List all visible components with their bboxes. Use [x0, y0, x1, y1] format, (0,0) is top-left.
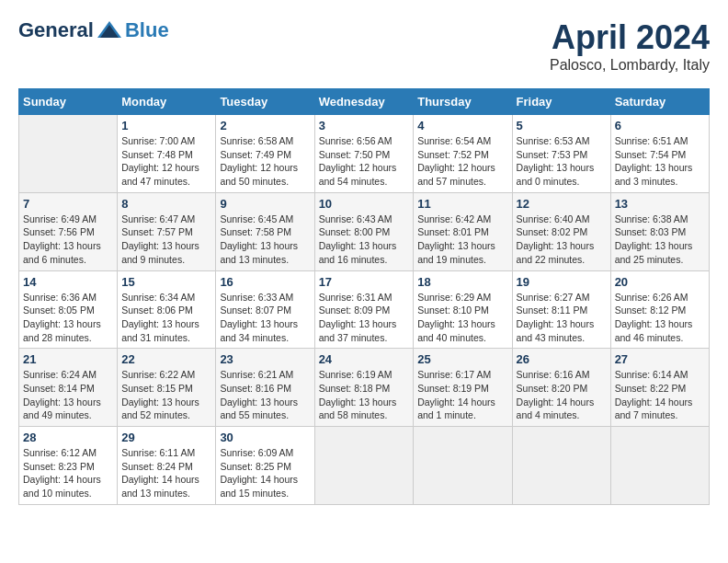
day-info: Sunrise: 6:33 AM Sunset: 8:07 PM Dayligh… [220, 291, 310, 345]
calendar-cell [414, 427, 512, 505]
day-number: 13 [615, 197, 705, 211]
day-number: 28 [23, 431, 113, 444]
calendar-cell [512, 427, 610, 505]
calendar-cell: 21Sunrise: 6:24 AM Sunset: 8:14 PM Dayli… [19, 349, 118, 427]
calendar-cell [19, 115, 118, 193]
day-info: Sunrise: 6:09 AM Sunset: 8:25 PM Dayligh… [220, 446, 310, 500]
day-number: 17 [319, 275, 410, 289]
calendar-cell: 20Sunrise: 6:26 AM Sunset: 8:12 PM Dayli… [610, 270, 709, 349]
day-info: Sunrise: 6:21 AM Sunset: 8:16 PM Dayligh… [220, 368, 310, 422]
day-number: 14 [23, 275, 113, 289]
day-number: 18 [417, 275, 507, 289]
day-info: Sunrise: 6:26 AM Sunset: 8:12 PM Dayligh… [615, 291, 705, 345]
day-number: 23 [220, 352, 310, 366]
page-header: General Blue April 2024 Palosco, Lombard… [18, 18, 710, 74]
day-number: 30 [220, 431, 310, 444]
day-number: 21 [23, 352, 113, 366]
day-info: Sunrise: 6:14 AM Sunset: 8:22 PM Dayligh… [615, 368, 705, 422]
day-number: 19 [517, 275, 607, 289]
calendar-cell [610, 427, 709, 505]
day-info: Sunrise: 6:34 AM Sunset: 8:06 PM Dayligh… [121, 291, 211, 345]
day-info: Sunrise: 6:53 AM Sunset: 7:53 PM Dayligh… [517, 134, 607, 189]
calendar-cell: 11Sunrise: 6:42 AM Sunset: 8:01 PM Dayli… [414, 192, 512, 270]
day-number: 27 [615, 352, 705, 366]
col-header-friday: Friday [512, 89, 610, 115]
month-title: April 2024 [550, 18, 710, 57]
day-number: 1 [121, 119, 211, 132]
day-number: 6 [615, 119, 705, 132]
day-info: Sunrise: 6:12 AM Sunset: 8:23 PM Dayligh… [23, 446, 113, 500]
day-info: Sunrise: 6:24 AM Sunset: 8:14 PM Dayligh… [23, 368, 113, 422]
calendar-cell: 4Sunrise: 6:54 AM Sunset: 7:52 PM Daylig… [414, 115, 512, 193]
day-number: 26 [517, 352, 607, 366]
calendar-cell: 18Sunrise: 6:29 AM Sunset: 8:10 PM Dayli… [414, 270, 512, 349]
calendar-table: SundayMondayTuesdayWednesdayThursdayFrid… [18, 88, 710, 505]
calendar-cell: 17Sunrise: 6:31 AM Sunset: 8:09 PM Dayli… [314, 270, 414, 349]
day-info: Sunrise: 6:22 AM Sunset: 8:15 PM Dayligh… [121, 368, 211, 422]
calendar-cell: 24Sunrise: 6:19 AM Sunset: 8:18 PM Dayli… [314, 349, 414, 427]
calendar-cell: 22Sunrise: 6:22 AM Sunset: 8:15 PM Dayli… [118, 349, 216, 427]
logo-icon [96, 19, 123, 41]
logo: General Blue [18, 18, 169, 42]
calendar-week-2: 7Sunrise: 6:49 AM Sunset: 7:56 PM Daylig… [19, 192, 710, 270]
day-info: Sunrise: 6:11 AM Sunset: 8:24 PM Dayligh… [121, 446, 211, 500]
col-header-wednesday: Wednesday [314, 89, 414, 115]
calendar-cell: 30Sunrise: 6:09 AM Sunset: 8:25 PM Dayli… [216, 427, 314, 505]
calendar-week-1: 1Sunrise: 7:00 AM Sunset: 7:48 PM Daylig… [19, 115, 710, 193]
header-row: SundayMondayTuesdayWednesdayThursdayFrid… [19, 89, 710, 115]
calendar-week-5: 28Sunrise: 6:12 AM Sunset: 8:23 PM Dayli… [19, 427, 710, 505]
day-info: Sunrise: 6:16 AM Sunset: 8:20 PM Dayligh… [517, 368, 607, 422]
title-block: April 2024 Palosco, Lombardy, Italy [550, 18, 710, 74]
day-number: 8 [121, 197, 211, 211]
calendar-cell: 16Sunrise: 6:33 AM Sunset: 8:07 PM Dayli… [216, 270, 314, 349]
logo-general-text: General [18, 18, 94, 42]
day-number: 7 [23, 197, 113, 211]
calendar-cell: 23Sunrise: 6:21 AM Sunset: 8:16 PM Dayli… [216, 349, 314, 427]
calendar-cell: 8Sunrise: 6:47 AM Sunset: 7:57 PM Daylig… [118, 192, 216, 270]
col-header-sunday: Sunday [19, 89, 118, 115]
day-info: Sunrise: 6:47 AM Sunset: 7:57 PM Dayligh… [121, 213, 211, 267]
calendar-cell: 13Sunrise: 6:38 AM Sunset: 8:03 PM Dayli… [610, 192, 709, 270]
col-header-saturday: Saturday [610, 89, 709, 115]
day-number: 25 [417, 352, 507, 366]
day-number: 22 [121, 352, 211, 366]
day-number: 3 [319, 119, 410, 132]
day-number: 2 [220, 119, 310, 132]
col-header-monday: Monday [118, 89, 216, 115]
calendar-cell: 3Sunrise: 6:56 AM Sunset: 7:50 PM Daylig… [314, 115, 414, 193]
day-info: Sunrise: 7:00 AM Sunset: 7:48 PM Dayligh… [121, 134, 211, 189]
day-info: Sunrise: 6:19 AM Sunset: 8:18 PM Dayligh… [319, 368, 410, 422]
day-number: 16 [220, 275, 310, 289]
day-number: 11 [417, 197, 507, 211]
day-info: Sunrise: 6:27 AM Sunset: 8:11 PM Dayligh… [517, 291, 607, 345]
day-info: Sunrise: 6:29 AM Sunset: 8:10 PM Dayligh… [417, 291, 507, 345]
calendar-cell: 14Sunrise: 6:36 AM Sunset: 8:05 PM Dayli… [19, 270, 118, 349]
day-number: 5 [517, 119, 607, 132]
day-info: Sunrise: 6:58 AM Sunset: 7:49 PM Dayligh… [220, 134, 310, 189]
calendar-cell: 1Sunrise: 7:00 AM Sunset: 7:48 PM Daylig… [118, 115, 216, 193]
calendar-cell: 7Sunrise: 6:49 AM Sunset: 7:56 PM Daylig… [19, 192, 118, 270]
calendar-cell: 25Sunrise: 6:17 AM Sunset: 8:19 PM Dayli… [414, 349, 512, 427]
calendar-cell: 5Sunrise: 6:53 AM Sunset: 7:53 PM Daylig… [512, 115, 610, 193]
calendar-cell: 29Sunrise: 6:11 AM Sunset: 8:24 PM Dayli… [118, 427, 216, 505]
col-header-tuesday: Tuesday [216, 89, 314, 115]
day-info: Sunrise: 6:36 AM Sunset: 8:05 PM Dayligh… [23, 291, 113, 345]
calendar-cell: 27Sunrise: 6:14 AM Sunset: 8:22 PM Dayli… [610, 349, 709, 427]
calendar-cell: 2Sunrise: 6:58 AM Sunset: 7:49 PM Daylig… [216, 115, 314, 193]
calendar-cell: 10Sunrise: 6:43 AM Sunset: 8:00 PM Dayli… [314, 192, 414, 270]
day-info: Sunrise: 6:40 AM Sunset: 8:02 PM Dayligh… [517, 213, 607, 267]
day-number: 15 [121, 275, 211, 289]
calendar-cell: 12Sunrise: 6:40 AM Sunset: 8:02 PM Dayli… [512, 192, 610, 270]
day-info: Sunrise: 6:17 AM Sunset: 8:19 PM Dayligh… [417, 368, 507, 422]
day-number: 9 [220, 197, 310, 211]
day-number: 12 [517, 197, 607, 211]
logo-blue-text: Blue [125, 18, 169, 42]
calendar-cell: 6Sunrise: 6:51 AM Sunset: 7:54 PM Daylig… [610, 115, 709, 193]
calendar-cell: 19Sunrise: 6:27 AM Sunset: 8:11 PM Dayli… [512, 270, 610, 349]
calendar-cell: 28Sunrise: 6:12 AM Sunset: 8:23 PM Dayli… [19, 427, 118, 505]
col-header-thursday: Thursday [414, 89, 512, 115]
day-info: Sunrise: 6:31 AM Sunset: 8:09 PM Dayligh… [319, 291, 410, 345]
day-info: Sunrise: 6:45 AM Sunset: 7:58 PM Dayligh… [220, 213, 310, 267]
location: Palosco, Lombardy, Italy [550, 57, 710, 74]
day-info: Sunrise: 6:51 AM Sunset: 7:54 PM Dayligh… [615, 134, 705, 189]
